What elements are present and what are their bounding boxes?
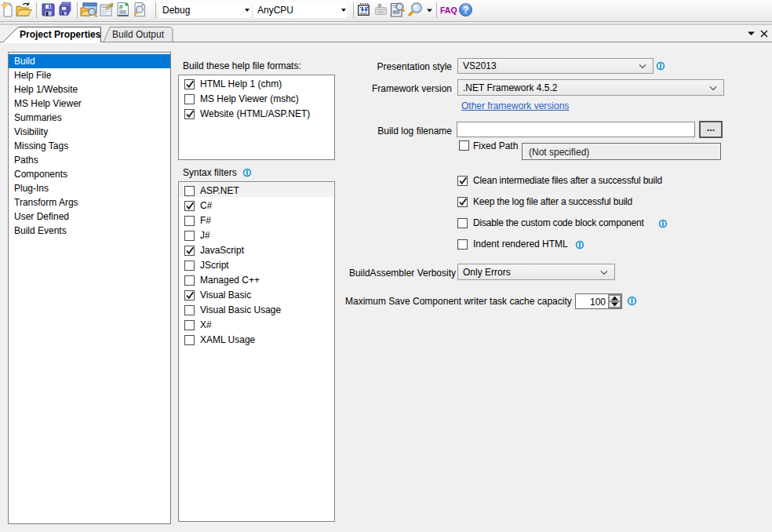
svg-text:?: ? xyxy=(463,5,468,16)
svg-text:FAQ: FAQ xyxy=(440,5,457,15)
svg-text:#: # xyxy=(119,2,124,11)
